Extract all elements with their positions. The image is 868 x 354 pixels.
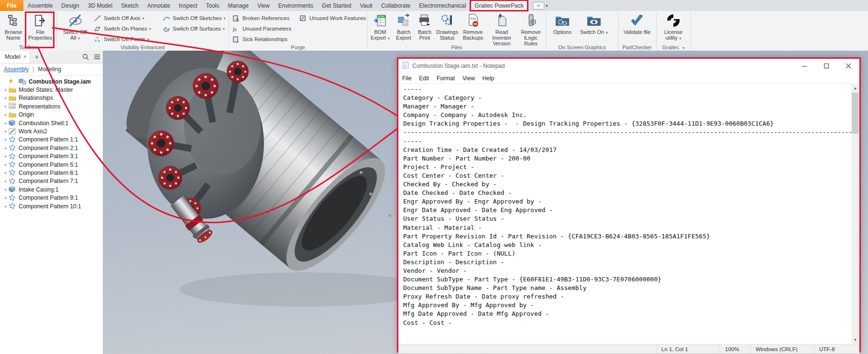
expand-icon[interactable]: + xyxy=(2,104,9,109)
tree-item-component-pattern-1[interactable]: + Component Pattern 1:1 xyxy=(0,136,103,144)
tree-item-component-pattern-10[interactable]: + Component Pattern 10:1 xyxy=(0,202,103,210)
switch-off-surfaces-button[interactable]: Switch Off Surfaces▾ xyxy=(163,24,225,33)
tab-assemble[interactable]: Assemble xyxy=(23,0,57,11)
menu-format[interactable]: Format xyxy=(433,75,459,82)
tab-graitec-powerpack[interactable]: Graitec PowerPack xyxy=(470,0,528,11)
tree-item-component-pattern-9[interactable]: + Component Pattern 9:1 xyxy=(0,193,103,202)
validate-file-button[interactable]: Validate file xyxy=(621,12,653,35)
text-line: Checked By - Checked by - xyxy=(403,180,851,189)
notepad-title-bar[interactable]: Combustion Stage.iam.txt - Notepad xyxy=(398,59,859,73)
expand-icon[interactable]: + xyxy=(2,145,9,151)
license-utility-button[interactable]: License utility▾ xyxy=(659,12,688,42)
minimize-button[interactable] xyxy=(793,59,815,73)
unused-work-features-button[interactable]: Unused Work Features xyxy=(299,13,366,23)
tree-item-intake-casing[interactable]: + Intake Casing:1 xyxy=(0,185,103,193)
tab-inspect[interactable]: Inspect xyxy=(175,0,202,11)
switch-off-all-button[interactable]: Switch Off All▾ xyxy=(60,12,90,42)
expand-icon[interactable]: + xyxy=(2,95,9,101)
tab-get-started[interactable]: Get Started xyxy=(318,0,355,11)
expand-icon[interactable]: + xyxy=(2,129,9,134)
expand-icon[interactable]: + xyxy=(2,120,9,126)
sick-relationships-button[interactable]: Sick Relationships xyxy=(232,34,287,44)
browse-name-button[interactable]: Browse Name xyxy=(2,12,25,41)
expand-icon[interactable]: + xyxy=(2,153,9,159)
expand-icon[interactable]: + xyxy=(2,195,9,201)
tab-design[interactable]: Design xyxy=(57,0,83,11)
tree-item-root[interactable]: Combustion Stage.iam xyxy=(0,77,103,86)
hamburger-menu-icon[interactable] xyxy=(91,51,103,63)
text-line: Engr Approved By - Engr Approved by - xyxy=(403,197,851,206)
menu-view[interactable]: View xyxy=(459,75,479,82)
tab-environments[interactable]: Environments xyxy=(274,0,318,11)
notepad-icon xyxy=(402,61,409,71)
switch-off-points-button[interactable]: Switch Off Points▾ xyxy=(94,34,149,44)
maximize-button[interactable] xyxy=(815,59,837,73)
notepad-window-title: Combustion Stage.iam.txt - Notepad xyxy=(412,63,793,69)
expand-icon[interactable]: + xyxy=(2,178,9,184)
tree-item-model-states[interactable]: + Model States: Master xyxy=(0,86,103,94)
tree-item-component-pattern-3[interactable]: + Component Pattern 3:1 xyxy=(0,152,103,161)
read-inventor-version-button[interactable]: Read Inventor Version xyxy=(487,12,516,46)
expand-icon[interactable]: + xyxy=(2,162,9,168)
add-browser-tab-button[interactable]: + xyxy=(30,53,44,61)
tree-item-component-pattern-2[interactable]: + Component Pattern 2:1 xyxy=(0,144,103,152)
notepad-text-area[interactable]: -----Category - Category - Manager - Man… xyxy=(398,84,851,344)
broken-references-button[interactable]: Broken References xyxy=(232,13,289,23)
menu-file[interactable]: File xyxy=(398,75,415,82)
expand-icon[interactable]: + xyxy=(2,112,9,118)
batch-export-button[interactable]: Batch Export xyxy=(393,12,414,41)
tree-item-origin[interactable]: + Origin xyxy=(0,111,103,119)
tab-annotate[interactable]: Annotate xyxy=(143,0,175,11)
switch-on-button[interactable]: Switch On▾ xyxy=(580,12,608,36)
expand-icon[interactable]: + xyxy=(2,137,9,142)
tree-item-relationships[interactable]: + Relationships xyxy=(0,94,103,102)
expand-icon[interactable]: + xyxy=(2,87,9,93)
remove-backups-button[interactable]: BAK Remove Backups xyxy=(460,12,486,41)
tab-view[interactable]: View xyxy=(253,0,274,11)
tree-item-component-pattern-6[interactable]: + Component Pattern 6:1 xyxy=(0,169,103,177)
assembly-link[interactable]: Assembly xyxy=(4,66,29,73)
menu-help[interactable]: Help xyxy=(479,75,498,82)
menu-edit[interactable]: Edit xyxy=(415,75,433,82)
batch-print-button[interactable]: Batch Print xyxy=(415,12,434,41)
scrollbar-thumb[interactable] xyxy=(852,93,859,134)
drawings-status-button[interactable]: Drawings Status xyxy=(435,12,459,41)
tab-vault[interactable]: Vault xyxy=(355,0,376,11)
switch-on-planes-button[interactable]: Switch On Planes▾ xyxy=(94,24,151,33)
ribbon-display-toggle[interactable]: ▭ ▾ xyxy=(533,0,548,11)
remove-ilogic-rules-button[interactable]: Remove iLogic Rules xyxy=(517,12,544,46)
scroll-down-icon[interactable]: ▼ xyxy=(851,336,859,344)
browser-tab-model[interactable]: Model× xyxy=(0,51,30,63)
tab-collaborate[interactable]: Collaborate xyxy=(377,0,415,11)
tree-item-component-pattern-5[interactable]: + Component Pattern 5:1 xyxy=(0,161,103,169)
expand-icon[interactable]: + xyxy=(2,204,9,209)
tab-tools[interactable]: Tools xyxy=(202,0,224,11)
search-icon[interactable] xyxy=(80,51,91,63)
folder-icon xyxy=(9,86,17,94)
tree-item-component-pattern-7[interactable]: + Component Pattern 7:1 xyxy=(0,177,103,185)
tree-item-representations[interactable]: + Representations xyxy=(0,102,103,110)
bom-table-icon: BOM xyxy=(373,13,387,28)
close-button[interactable] xyxy=(837,59,859,73)
modeling-link[interactable]: Modeling xyxy=(38,66,61,73)
options-button[interactable]: Options xyxy=(550,12,575,35)
inventor-application-window: File Assemble Design 3D Model Sketch Ann… xyxy=(0,0,868,354)
file-properties-button[interactable]: File Properties xyxy=(28,12,53,41)
close-icon[interactable]: × xyxy=(23,54,27,60)
tab-electromechanical[interactable]: Electromechanical xyxy=(415,0,470,11)
expand-icon[interactable]: + xyxy=(2,187,9,193)
text-line: Category - Category - xyxy=(403,94,851,102)
vertical-scrollbar[interactable]: ▲ ▼ xyxy=(851,84,859,344)
switch-off-sketches-button[interactable]: Switch Off Sketches▾ xyxy=(163,13,226,23)
tab-file[interactable]: File xyxy=(0,0,23,11)
tab-manage[interactable]: Manage xyxy=(224,0,253,11)
unused-parameters-button[interactable]: fx Unused Parameters xyxy=(232,24,291,33)
tab-3d-model[interactable]: 3D Model xyxy=(84,0,117,11)
bom-export-button[interactable]: BOM BOM Export▾ xyxy=(369,12,391,42)
expand-icon[interactable]: + xyxy=(2,170,9,176)
scroll-up-icon[interactable]: ▲ xyxy=(851,84,859,92)
tree-item-combustion-shell[interactable]: + Combustion Shell:1 xyxy=(0,119,103,127)
tree-item-work-axis2[interactable]: + Work Axis2 xyxy=(0,127,103,135)
switch-off-axis-button[interactable]: Switch Off Axis▾ xyxy=(94,13,144,23)
tab-sketch[interactable]: Sketch xyxy=(117,0,143,11)
